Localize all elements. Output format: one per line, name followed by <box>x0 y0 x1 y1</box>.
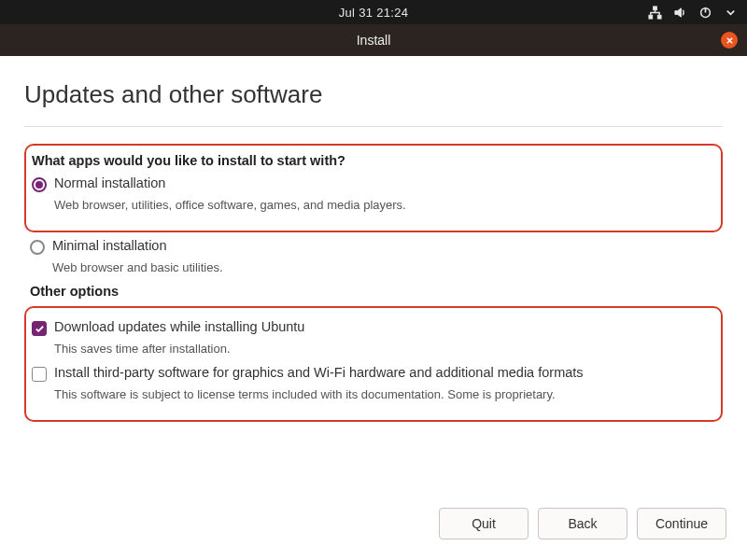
footer-buttons: Quit Back Continue <box>439 508 726 539</box>
checkbox-icon <box>32 321 47 336</box>
page-heading: Updates and other software <box>24 80 723 109</box>
minimal-install-desc: Web browser and basic utilities. <box>52 260 723 274</box>
radio-normal-install[interactable]: Normal installation <box>32 175 710 192</box>
other-options-label: Other options <box>30 284 723 299</box>
other-options-highlight: Download updates while installing Ubuntu… <box>24 306 723 422</box>
checkbox-thirdparty[interactable]: Install third-party software for graphic… <box>32 365 710 382</box>
checkbox-label: Download updates while installing Ubuntu <box>54 319 304 334</box>
close-button[interactable] <box>721 32 738 49</box>
radio-minimal-install[interactable]: Minimal installation <box>30 238 723 255</box>
checkbox-download-updates[interactable]: Download updates while installing Ubuntu <box>32 319 710 336</box>
network-icon[interactable] <box>648 6 662 20</box>
system-tray <box>648 6 738 20</box>
quit-button[interactable]: Quit <box>439 508 529 539</box>
svg-rect-1 <box>649 15 653 19</box>
thirdparty-desc: This software is subject to license term… <box>54 387 710 401</box>
download-updates-desc: This saves time after installation. <box>54 342 710 356</box>
window-title: Install <box>357 33 391 48</box>
top-menu-bar: Jul 31 21:24 <box>0 0 747 24</box>
radio-icon <box>32 177 47 192</box>
installer-content: Updates and other software What apps wou… <box>0 56 747 422</box>
continue-button[interactable]: Continue <box>637 508 726 539</box>
volume-icon[interactable] <box>673 6 687 20</box>
radio-icon <box>30 240 45 255</box>
checkbox-label: Install third-party software for graphic… <box>54 365 584 380</box>
radio-label: Minimal installation <box>52 238 167 253</box>
power-icon[interactable] <box>698 6 712 20</box>
window-titlebar: Install <box>0 24 747 56</box>
apps-section-highlight: What apps would you like to install to s… <box>24 144 723 232</box>
chevron-down-icon[interactable] <box>724 6 738 20</box>
normal-install-desc: Web browser, utilities, office software,… <box>54 198 710 212</box>
apps-question: What apps would you like to install to s… <box>32 153 710 168</box>
checkbox-icon <box>32 367 47 382</box>
clock: Jul 31 21:24 <box>339 6 408 20</box>
svg-rect-2 <box>657 15 661 19</box>
divider <box>24 126 723 127</box>
svg-rect-0 <box>654 6 657 9</box>
radio-label: Normal installation <box>54 175 165 190</box>
back-button[interactable]: Back <box>538 508 627 539</box>
